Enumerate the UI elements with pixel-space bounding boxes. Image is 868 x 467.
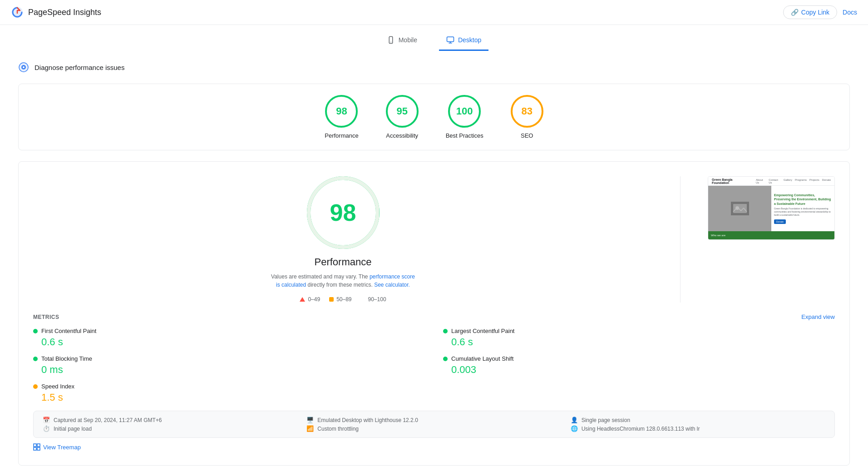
desktop-icon	[446, 36, 454, 44]
score-cards: 98 Performance 95 Accessibility 100 Best…	[37, 95, 831, 139]
tab-desktop[interactable]: Desktop	[439, 32, 488, 51]
docs-link[interactable]: Docs	[843, 9, 857, 16]
page-load-text: Initial page load	[54, 426, 92, 432]
screenshot-footer: Who we are	[708, 231, 834, 239]
score-card-performance[interactable]: 98 Performance	[325, 95, 358, 139]
legend-fail: 0–49	[300, 296, 320, 303]
pass-range: 90–100	[368, 296, 386, 303]
score-legend: 0–49 50–89 90–100	[300, 296, 386, 303]
captured-text: Captured at Sep 20, 2024, 11:27 AM GMT+6	[54, 417, 162, 423]
metric-cls-name: Cumulative Layout Shift	[451, 355, 513, 362]
mobile-icon	[387, 36, 395, 44]
session-text: Single page session	[582, 417, 630, 423]
treemap-icon	[33, 443, 40, 451]
performance-label: Performance	[325, 132, 358, 139]
screenshot-text-block: Empowering Communities, Preserving the E…	[771, 186, 834, 231]
metric-si-value: 1.5 s	[33, 392, 425, 403]
desktop-info-icon: 🖥️	[306, 417, 314, 423]
metric-tbt: Total Blocking Time 0 ms	[33, 355, 425, 376]
fail-range: 0–49	[308, 296, 320, 303]
header-right: 🔗 Copy Link Docs	[783, 5, 857, 19]
svg-rect-3	[447, 37, 454, 42]
chromium-text: Using HeadlessChromium 128.0.6613.113 wi…	[582, 426, 700, 432]
screenshot-donate-btn: Donate	[774, 219, 786, 224]
metric-tbt-dot	[33, 357, 38, 361]
metric-cls-label-row: Cumulative Layout Shift	[443, 355, 835, 362]
best-practices-circle: 100	[448, 95, 481, 128]
screenshot-image	[708, 186, 771, 231]
screenshot-heading: Empowering Communities, Preserving the E…	[774, 193, 832, 205]
fail-icon	[300, 297, 305, 302]
logo-icon	[11, 6, 24, 19]
metric-cls-dot	[443, 357, 448, 361]
metrics-section: METRICS Expand view First Contentful Pai…	[33, 313, 835, 403]
score-cards-wrapper: 98 Performance 95 Accessibility 100 Best…	[18, 84, 850, 150]
expand-view-button[interactable]: Expand view	[801, 313, 835, 320]
throttling-text: Custom throttling	[317, 426, 359, 432]
divider	[680, 176, 681, 303]
seo-label: SEO	[521, 132, 533, 139]
metric-tbt-value: 0 ms	[33, 364, 425, 376]
tabs-container: Mobile Desktop	[0, 25, 868, 51]
diagnose-banner: Diagnose performance issues	[18, 62, 850, 73]
metric-si-name: Speed Index	[41, 383, 74, 390]
metric-cls: Cumulative Layout Shift 0.003	[443, 355, 835, 376]
copy-link-button[interactable]: 🔗 Copy Link	[783, 5, 837, 19]
svg-rect-12	[34, 447, 36, 450]
emulated-text: Emulated Desktop with Lighthouse 12.2.0	[317, 417, 418, 423]
seo-circle: 83	[511, 95, 543, 128]
performance-detail-title: Performance	[315, 256, 372, 268]
footer-chromium: 🌐 Using HeadlessChromium 128.0.6613.113 …	[571, 425, 825, 432]
svg-rect-13	[37, 447, 40, 450]
calculator-link[interactable]: See calculator.	[374, 282, 410, 288]
view-treemap-link[interactable]: View Treemap	[33, 443, 835, 451]
screenshot-nav: Green Bangla Foundation About Us Contact…	[708, 177, 834, 186]
metric-lcp-dot	[443, 329, 448, 333]
svg-point-2	[390, 42, 391, 43]
performance-detail-section: 98 Performance Values are estimated and …	[18, 161, 850, 466]
header-left: PageSpeed Insights	[11, 6, 101, 19]
metric-fcp-value: 0.6 s	[33, 336, 425, 348]
metric-si-dot	[33, 384, 38, 389]
diagnose-text: Diagnose performance issues	[35, 64, 124, 71]
view-treemap-label: View Treemap	[43, 444, 81, 451]
metric-lcp-label-row: Largest Contentful Paint	[443, 328, 835, 334]
metric-si-label-row: Speed Index	[33, 383, 425, 390]
legend-average: 50–89	[329, 296, 351, 303]
user-icon: 👤	[571, 417, 578, 423]
accessibility-label: Accessibility	[386, 132, 418, 139]
network-icon: 📶	[306, 425, 314, 432]
footer-emulated: 🖥️ Emulated Desktop with Lighthouse 12.2…	[306, 417, 561, 423]
link-icon: 🔗	[791, 9, 799, 16]
score-card-best-practices[interactable]: 100 Best Practices	[446, 95, 483, 139]
screenshot-nav-links: About Us Contact Us Gallery Programs Pro…	[756, 179, 831, 184]
metrics-header: METRICS Expand view	[33, 313, 835, 320]
metric-cls-value: 0.003	[443, 364, 835, 376]
screenshot-preview: Green Bangla Foundation About Us Contact…	[708, 176, 835, 240]
score-card-accessibility[interactable]: 95 Accessibility	[386, 95, 419, 139]
svg-rect-11	[37, 444, 40, 447]
metric-lcp-value: 0.6 s	[443, 336, 835, 348]
browser-icon: 🌐	[571, 425, 578, 432]
metric-si: Speed Index 1.5 s	[33, 383, 425, 403]
detail-top: 98 Performance Values are estimated and …	[33, 176, 835, 303]
metric-tbt-label-row: Total Blocking Time	[33, 355, 425, 362]
detail-left: 98 Performance Values are estimated and …	[33, 176, 653, 303]
tab-mobile[interactable]: Mobile	[380, 32, 424, 51]
timer-icon: ⏱️	[43, 425, 50, 432]
calendar-icon: 📅	[43, 417, 50, 423]
svg-rect-10	[34, 444, 36, 447]
metric-fcp-name: First Contentful Paint	[41, 328, 96, 334]
score-card-seo[interactable]: 83 SEO	[511, 95, 543, 139]
footer-info: 📅 Captured at Sep 20, 2024, 11:27 AM GMT…	[33, 411, 835, 438]
performance-detail-note: Values are estimated and may vary. The p…	[271, 273, 416, 289]
metric-lcp-name: Largest Contentful Paint	[451, 328, 514, 334]
average-range: 50–89	[336, 296, 351, 303]
app-title: PageSpeed Insights	[28, 8, 101, 17]
screenshot-subtext: Green Bangla Foundation is dedicated to …	[774, 207, 832, 217]
footer-throttling: 📶 Custom throttling	[306, 425, 561, 432]
main-content: Diagnose performance issues 98 Performan…	[0, 51, 868, 467]
metrics-grid: First Contentful Paint 0.6 s Largest Con…	[33, 328, 835, 403]
footer-captured: 📅 Captured at Sep 20, 2024, 11:27 AM GMT…	[43, 417, 297, 423]
screenshot-hero: Empowering Communities, Preserving the E…	[708, 186, 834, 231]
